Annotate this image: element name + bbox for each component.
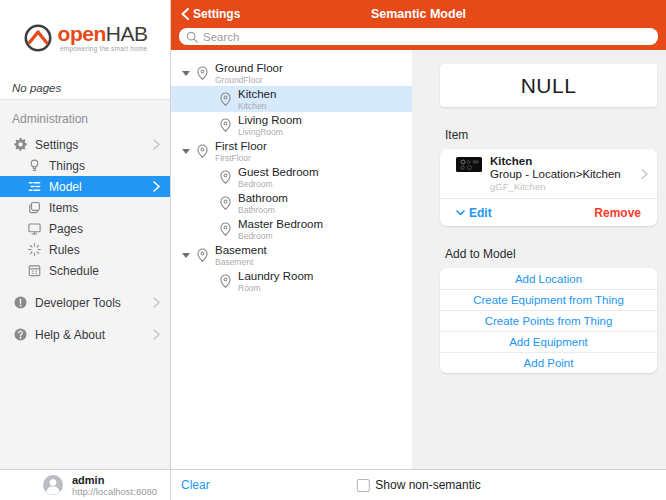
item-thumbnail xyxy=(456,157,482,172)
edit-button[interactable]: Edit xyxy=(456,206,492,220)
caret-down-icon[interactable] xyxy=(179,71,193,76)
chevron-right-icon xyxy=(153,297,160,308)
lightbulb-icon xyxy=(26,158,42,174)
openhab-app-window: openHAB empowering the smart home No pag… xyxy=(0,0,666,500)
sidebar-item-label: Developer Tools xyxy=(35,296,153,310)
sidebar-item-label: Help & About xyxy=(35,328,153,342)
tree-node-guest-bedroom[interactable]: Guest BedroomBedroom xyxy=(171,164,412,190)
sidebar-item-items[interactable]: Items xyxy=(0,197,170,218)
sidebar-item-help-about[interactable]: Help & About xyxy=(0,324,170,345)
create-points-from-thing-button[interactable]: Create Points from Thing xyxy=(440,310,657,331)
search-icon xyxy=(186,31,198,43)
sidebar-footer[interactable]: admin http://localhost:8080 xyxy=(0,469,170,500)
item-section-label: Item xyxy=(445,128,657,142)
location-pin-icon xyxy=(216,118,234,132)
developer-tools-icon xyxy=(12,295,28,311)
tree-node-bathroom[interactable]: BathroomBathroom xyxy=(171,190,412,216)
tree-node-label: Ground Floor xyxy=(215,62,283,74)
tree-node-sublabel: FirstFloor xyxy=(215,153,267,163)
gear-icon xyxy=(12,137,28,153)
tree-node-laundry-room[interactable]: Laundry RoomRoom xyxy=(171,268,412,294)
sidebar-item-label: Items xyxy=(49,201,162,215)
no-pages-label: No pages xyxy=(0,76,170,100)
tree-node-kitchen[interactable]: KitchenKitchen xyxy=(171,86,412,112)
tree-node-label: Living Room xyxy=(238,114,302,126)
sidebar-item-developer-tools[interactable]: Developer Tools xyxy=(0,292,170,313)
location-pin-icon xyxy=(216,92,234,106)
chevron-left-icon xyxy=(181,8,189,20)
item-card: Kitchen Group - Location>Kitchen gGF_Kit… xyxy=(440,149,657,226)
tree-node-label: First Floor xyxy=(215,140,267,152)
add-point-button[interactable]: Add Point xyxy=(440,352,657,373)
chevron-down-icon xyxy=(456,210,465,216)
tree-node-first-floor[interactable]: First FloorFirstFloor xyxy=(171,138,412,164)
semantic-model-tree: Ground FloorGroundFloorKitchenKitchenLiv… xyxy=(171,50,412,469)
logo-area: openHAB empowering the smart home xyxy=(0,0,170,76)
tree-node-basement[interactable]: BasementBasement xyxy=(171,242,412,268)
page-title: Semantic Model xyxy=(171,7,666,21)
tree-node-sublabel: Bathroom xyxy=(238,205,288,215)
chevron-right-icon xyxy=(153,181,160,192)
add-to-model-label: Add to Model xyxy=(445,247,657,261)
location-pin-icon xyxy=(193,144,211,158)
location-pin-icon xyxy=(193,248,211,262)
sidebar-item-rules[interactable]: Rules xyxy=(0,239,170,260)
sidebar: openHAB empowering the smart home No pag… xyxy=(0,0,171,500)
caret-down-icon[interactable] xyxy=(179,149,193,154)
tree-node-living-room[interactable]: Living RoomLivingRoom xyxy=(171,112,412,138)
tree-node-master-bedroom[interactable]: Master BedroomBedroom xyxy=(171,216,412,242)
server-url: http://localhost:8080 xyxy=(72,486,157,497)
search-input[interactable] xyxy=(203,28,651,45)
details-panel: NULL Item xyxy=(412,50,666,469)
sidebar-item-settings[interactable]: Settings xyxy=(0,134,170,155)
tree-node-ground-floor[interactable]: Ground FloorGroundFloor xyxy=(171,60,412,86)
logo-tagline: empowering the smart home xyxy=(60,45,147,52)
remove-button[interactable]: Remove xyxy=(594,206,641,220)
openhab-logo: openHAB empowering the smart home xyxy=(23,23,148,53)
topbar: Semantic Model Settings xyxy=(171,0,666,28)
tree-node-sublabel: Kitchen xyxy=(238,101,276,111)
tree-node-sublabel: Room xyxy=(238,283,313,293)
chevron-right-icon xyxy=(153,329,160,340)
sidebar-item-label: Schedule xyxy=(49,264,162,278)
chevron-right-icon xyxy=(153,139,160,150)
tree-node-label: Basement xyxy=(215,244,267,256)
pages-icon xyxy=(26,221,42,237)
location-pin-icon xyxy=(216,170,234,184)
rules-icon xyxy=(26,242,42,258)
tree-node-label: Master Bedroom xyxy=(238,218,323,230)
show-non-semantic-checkbox[interactable] xyxy=(356,479,369,492)
item-row[interactable]: Kitchen Group - Location>Kitchen gGF_Kit… xyxy=(440,149,657,198)
tree-node-label: Kitchen xyxy=(238,88,276,100)
sidebar-item-pages[interactable]: Pages xyxy=(0,218,170,239)
caret-down-icon[interactable] xyxy=(179,253,193,258)
add-location-button[interactable]: Add Location xyxy=(440,268,657,289)
clear-button[interactable]: Clear xyxy=(181,478,210,492)
add-to-model-card: Add LocationCreate Equipment from ThingC… xyxy=(440,268,657,373)
create-equipment-from-thing-button[interactable]: Create Equipment from Thing xyxy=(440,289,657,310)
sidebar-item-model[interactable]: Model xyxy=(0,176,170,197)
item-type: Group - Location>Kitchen xyxy=(490,168,649,181)
tree-node-label: Guest Bedroom xyxy=(238,166,319,178)
search-bar xyxy=(171,28,666,50)
tree-node-sublabel: GroundFloor xyxy=(215,75,283,85)
sidebar-item-label: Pages xyxy=(49,222,162,236)
sidebar-item-label: Model xyxy=(49,180,153,194)
username: admin xyxy=(72,474,157,486)
tree-node-label: Bathroom xyxy=(238,192,288,204)
sidebar-menu: Administration SettingsThingsModelItemsP… xyxy=(0,100,170,469)
chevron-right-icon xyxy=(641,168,648,179)
sidebar-item-things[interactable]: Things xyxy=(0,155,170,176)
schedule-icon xyxy=(26,263,42,279)
logo-wordmark: openHAB xyxy=(58,24,148,44)
tree-node-sublabel: LivingRoom xyxy=(238,127,302,137)
sidebar-item-schedule[interactable]: Schedule xyxy=(0,260,170,281)
sidebar-item-label: Settings xyxy=(35,138,153,152)
sidebar-item-label: Rules xyxy=(49,243,162,257)
main-area: Semantic Model Settings Ground FloorGrou… xyxy=(171,0,666,500)
location-pin-icon xyxy=(216,274,234,288)
openhab-logo-icon xyxy=(23,23,53,53)
sidebar-item-label: Things xyxy=(49,159,162,173)
add-equipment-button[interactable]: Add Equipment xyxy=(440,331,657,352)
back-button[interactable]: Settings xyxy=(181,7,240,21)
